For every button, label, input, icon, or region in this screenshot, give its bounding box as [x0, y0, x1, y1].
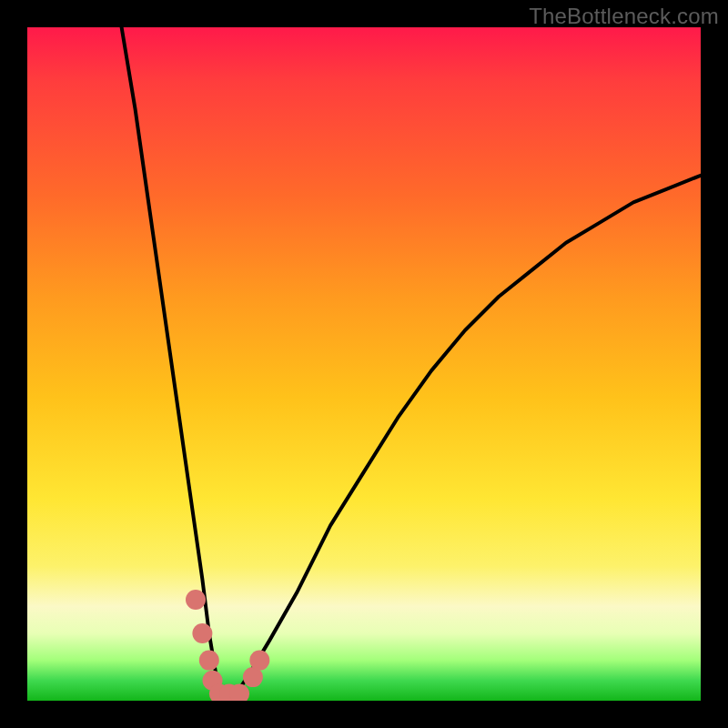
curve-marker [249, 651, 269, 671]
curve-markers [186, 590, 269, 701]
curve-marker [186, 590, 206, 610]
watermark-text: TheBottleneck.com [529, 4, 719, 29]
curve-marker [199, 651, 219, 671]
curve-marker [192, 623, 212, 643]
curve-path [122, 27, 701, 701]
plot-area [27, 27, 701, 701]
chart-stage: TheBottleneck.com [0, 0, 728, 728]
bottleneck-curve [122, 27, 701, 701]
chart-svg [27, 27, 701, 701]
